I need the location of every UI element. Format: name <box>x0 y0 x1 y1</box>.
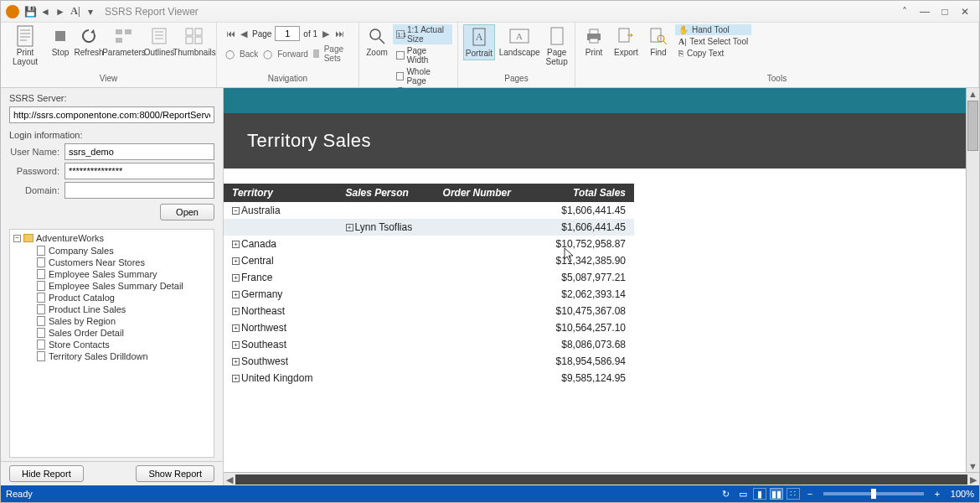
scroll-left-button[interactable]: ◀ <box>224 473 235 486</box>
status-view1-icon[interactable]: ▮ <box>753 488 766 500</box>
page-sets-button[interactable]: Page Sets <box>324 44 350 63</box>
qat-forward-icon[interactable]: ► <box>54 6 66 18</box>
zoom-actual-size[interactable]: 1:11:1 Actual Size <box>393 24 452 44</box>
login-info-label: Login information: <box>9 130 214 140</box>
zoom-button[interactable]: Zoom <box>364 24 389 59</box>
first-page-button[interactable]: ⏮ <box>225 29 235 39</box>
tree-collapse-icon[interactable]: − <box>13 235 21 242</box>
show-report-button[interactable]: Show Report <box>136 465 214 482</box>
history-back-icon[interactable]: ◯ <box>225 49 235 59</box>
print-layout-button[interactable]: Print Layout <box>6 24 44 68</box>
ribbon-collapse-icon[interactable]: ˄ <box>895 4 914 19</box>
scroll-thumb[interactable] <box>967 101 978 151</box>
tree-leaf[interactable]: Product Catalog <box>13 292 210 303</box>
expand-icon[interactable]: + <box>346 224 353 231</box>
qat-save-icon[interactable]: 💾 <box>24 6 36 18</box>
zoom-whole-page[interactable]: Whole Page <box>393 66 452 86</box>
text-select-tool-button[interactable]: A|Text Select Tool <box>675 36 751 47</box>
find-button[interactable]: Find <box>645 24 672 59</box>
report-file-icon <box>37 246 45 256</box>
page-setup-button[interactable]: Page Setup <box>544 24 570 68</box>
username-input[interactable] <box>64 143 214 160</box>
status-view2-icon[interactable]: ▮▮ <box>770 488 783 500</box>
history-forward-icon[interactable]: ◯ <box>263 49 272 59</box>
tree-leaf-label: Store Contacts <box>49 340 110 350</box>
zoom-out-button[interactable]: − <box>803 488 817 500</box>
tree-leaf[interactable]: Store Contacts <box>13 339 210 350</box>
parameters-button[interactable]: Parameters <box>105 24 143 59</box>
scroll-right-button[interactable]: ▶ <box>967 473 979 486</box>
territory-name: Central <box>241 255 274 267</box>
password-input[interactable] <box>64 163 214 179</box>
ssrs-server-input[interactable] <box>9 106 214 123</box>
prev-page-button[interactable]: ◀ <box>239 29 249 39</box>
expand-icon[interactable]: + <box>232 324 240 332</box>
back-button[interactable]: Back <box>240 49 258 59</box>
status-refresh-icon[interactable]: ↻ <box>720 488 733 500</box>
find-icon <box>648 26 668 46</box>
stop-button[interactable]: Stop <box>48 24 73 59</box>
vertical-scrollbar[interactable]: ▲ ▼ <box>966 88 979 472</box>
svg-rect-16 <box>195 37 202 44</box>
close-button[interactable]: ✕ <box>956 4 974 19</box>
copy-text-button[interactable]: ⎘Copy Text <box>675 48 751 59</box>
scroll-up-button[interactable]: ▲ <box>967 88 979 100</box>
scroll-down-button[interactable]: ▼ <box>967 460 979 472</box>
tree-leaf[interactable]: Customers Near Stores <box>13 257 210 268</box>
hand-tool-button[interactable]: ✋Hand Tool <box>675 24 751 35</box>
tree-leaf[interactable]: Employee Sales Summary <box>13 268 210 280</box>
hide-report-button[interactable]: Hide Report <box>9 465 84 482</box>
status-view3-icon[interactable]: ∷ <box>787 488 800 500</box>
tree-leaf[interactable]: Employee Sales Summary Detail <box>13 280 210 292</box>
horizontal-scrollbar[interactable]: ◀ ▶ <box>224 472 979 485</box>
tree-leaf[interactable]: Sales by Region <box>13 315 210 327</box>
domain-input[interactable] <box>64 182 214 199</box>
print-button[interactable]: Print <box>580 24 607 59</box>
table-row: +Southwest$18,954,586.94 <box>224 353 634 370</box>
next-page-button[interactable]: ▶ <box>321 29 331 39</box>
report-tree[interactable]: − AdventureWorks Company SalesCustomers … <box>9 229 214 458</box>
qat-dropdown-icon[interactable]: ▾ <box>85 6 96 18</box>
tree-leaf[interactable]: Sales Order Detail <box>13 327 210 339</box>
zoom-slider[interactable] <box>823 492 924 495</box>
expand-icon[interactable]: + <box>232 274 240 282</box>
tree-root[interactable]: − AdventureWorks <box>13 233 210 243</box>
landscape-button[interactable]: A Landscape <box>498 24 540 59</box>
status-page-icon[interactable]: ▭ <box>736 488 750 500</box>
expand-icon[interactable]: + <box>232 291 240 298</box>
expand-icon[interactable]: + <box>232 241 240 248</box>
tree-leaf[interactable]: Company Sales <box>13 245 210 257</box>
zoom-page-width[interactable]: Page Width <box>393 45 452 65</box>
hand-tool-icon: ✋ <box>678 25 689 34</box>
expand-icon[interactable]: + <box>232 358 240 366</box>
outlines-icon <box>149 26 169 46</box>
zoom-percent: 100% <box>951 489 974 499</box>
export-button[interactable]: Export <box>611 24 642 59</box>
tree-leaf[interactable]: Territory Sales Drilldown <box>13 350 210 362</box>
forward-button[interactable]: Forward <box>277 49 308 59</box>
report-title: Territory Sales <box>247 130 942 152</box>
last-page-button[interactable]: ⏭ <box>334 29 344 39</box>
qat-font-icon[interactable]: A| <box>70 6 81 18</box>
open-button[interactable]: Open <box>160 204 214 220</box>
portrait-button[interactable]: A Portrait <box>463 24 495 60</box>
expand-icon[interactable]: + <box>232 341 240 349</box>
refresh-button[interactable]: Refresh <box>76 24 101 59</box>
tree-leaf[interactable]: Product Line Sales <box>13 303 210 315</box>
report-file-icon <box>37 351 45 361</box>
zoom-in-button[interactable]: + <box>931 488 944 500</box>
report-scroll[interactable]: Territory Sales Territory Sales Person O… <box>224 88 966 472</box>
qat-back-icon[interactable]: ◄ <box>39 6 51 18</box>
expand-icon[interactable]: + <box>232 375 240 382</box>
actual-size-icon: 1:1 <box>396 30 405 39</box>
minimize-button[interactable]: — <box>916 4 934 19</box>
page-number-input[interactable] <box>275 26 300 41</box>
titlebar: 💾 ◄ ► A| ▾ SSRS Report Viewer ˄ — □ ✕ <box>1 1 979 23</box>
expand-icon[interactable]: + <box>232 308 240 315</box>
expand-icon[interactable]: + <box>232 257 240 265</box>
outlines-button[interactable]: Outlines <box>147 24 172 59</box>
thumbnails-button[interactable]: Thumbnails <box>175 24 214 59</box>
maximize-button[interactable]: □ <box>936 4 954 19</box>
collapse-icon[interactable]: − <box>232 207 240 215</box>
hscroll-thumb[interactable] <box>235 474 967 485</box>
